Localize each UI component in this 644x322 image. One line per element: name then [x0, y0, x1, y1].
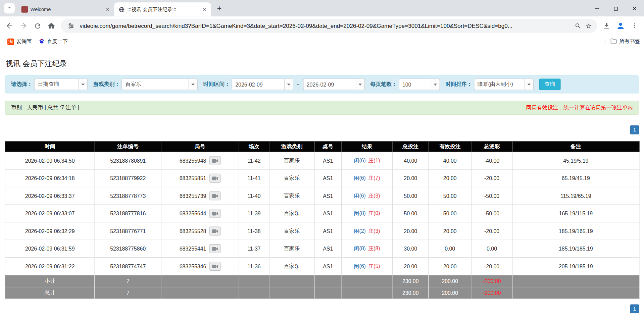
bookmark-star-icon[interactable] [583, 20, 594, 31]
col-header-valid-bet: 有效投注 [429, 141, 471, 152]
result-cell: 闲(8)庄(0) [342, 205, 393, 222]
table-row: 2026-02-09 06:34:50523188780891683255948… [5, 152, 639, 170]
forward-button[interactable] [16, 19, 31, 33]
back-button[interactable] [2, 19, 16, 33]
bookmarks-divider [605, 38, 605, 45]
bet-record-table: 时间 注单编号 局号 场次 游戏类别 桌号 结果 总投注 有效投注 总派彩 备注… [5, 141, 640, 299]
empty-cell [161, 275, 239, 287]
total-bet-link[interactable]: 50.00 [392, 205, 429, 222]
chevron-down-icon [7, 4, 12, 12]
menu-icon[interactable] [628, 19, 642, 33]
page-1-button[interactable]: 1 [630, 125, 639, 135]
new-tab-button[interactable]: + [213, 3, 225, 14]
col-header-game-kind: 游戏类别 [269, 141, 314, 152]
pagination-bottom: 1 [5, 304, 639, 313]
total-bet-link[interactable]: 30.00 [392, 240, 429, 258]
total-bet-link[interactable]: 50.00 [392, 187, 429, 205]
bet-table-body: 2026-02-09 06:34:50523188780891683255948… [5, 152, 639, 275]
tab-close-icon[interactable]: ✕ [201, 6, 208, 13]
home-button[interactable] [44, 19, 58, 33]
video-replay-button[interactable] [209, 262, 220, 271]
date-start-select[interactable]: 2026-02-09 [232, 79, 293, 90]
total-bet-link[interactable]: 20.00 [392, 169, 429, 187]
close-window-button[interactable]: ✕ [625, 0, 644, 16]
bookmark-baidu[interactable]: 百度一下 [35, 37, 71, 46]
payout: -20.00 [471, 258, 512, 275]
result-cell: 闲(6)庄(7) [342, 169, 393, 187]
profile-avatar[interactable] [613, 19, 628, 33]
table-no: AS1 [314, 258, 342, 275]
col-header-time: 时间 [5, 141, 95, 152]
sort-select[interactable]: 降幂(由大到小) [474, 79, 533, 90]
total-bet-link[interactable]: 20.00 [392, 258, 429, 275]
round-cell: 683255528 [161, 222, 239, 240]
all-bookmarks-button[interactable]: 所有书签 [620, 38, 640, 45]
subtotal-valid-bet: 200.00 [429, 275, 471, 287]
result-banker: 庄(5) [368, 263, 380, 269]
zoom-icon[interactable] [573, 20, 583, 31]
video-replay-button[interactable] [209, 191, 220, 200]
bet-id: 523188779922 [95, 169, 161, 187]
table-row: 2026-02-09 06:31:59523188775860683255441… [5, 240, 639, 258]
per-page-select[interactable]: 100 [399, 79, 440, 90]
total-bet-link[interactable]: 20.00 [392, 222, 429, 240]
video-camera-icon [212, 228, 218, 234]
valid-bet: 50.00 [429, 205, 471, 222]
video-replay-button[interactable] [209, 244, 220, 253]
game-kind: 百家乐 [269, 187, 314, 205]
empty-cell [269, 287, 314, 299]
video-replay-button[interactable] [209, 174, 220, 183]
table-row: 2026-02-09 06:33:37523188778773683255739… [5, 187, 639, 205]
round-number: 683255739 [180, 193, 206, 199]
col-header-bet-id: 注单编号 [95, 141, 161, 152]
result-player: 闲(6) [354, 157, 365, 163]
total-count: 7 [95, 287, 161, 299]
url-text: videoie.com/game/betrecord_search/kind3?… [80, 22, 569, 29]
table-row: 2026-02-09 06:34:18523188779922683255851… [5, 169, 639, 187]
page-1-button[interactable]: 1 [630, 304, 639, 313]
session: 11-42 [239, 152, 269, 170]
bookmarks-bar: 淘 爱淘宝 百度一下 所有书签 [0, 35, 644, 48]
valid-bet: 20.00 [429, 222, 471, 240]
choose-label: 请选择： [11, 81, 33, 88]
result-banker: 庄(8) [368, 246, 380, 252]
total-bet-link[interactable]: 40.00 [392, 152, 429, 170]
video-replay-button[interactable] [209, 226, 220, 235]
minimize-icon [595, 8, 599, 8]
valid-bet: 0.00 [429, 240, 471, 258]
session: 11-38 [239, 222, 269, 240]
address-bar[interactable]: videoie.com/game/betrecord_search/kind3?… [61, 19, 597, 33]
col-header-total-bet: 总投注 [392, 141, 429, 152]
date-end-select[interactable]: 2026-02-09 [303, 79, 365, 90]
session: 11-36 [239, 258, 269, 275]
bookmark-aitaobao[interactable]: 淘 爱淘宝 [4, 37, 35, 46]
video-replay-button[interactable] [209, 209, 220, 218]
chevron-down-icon [355, 79, 364, 90]
game-kind: 百家乐 [269, 258, 314, 275]
tab-strip: Welcome ✕ :::视讯 会员下注纪录::: ✕ + ✕ [0, 0, 644, 16]
minimize-button[interactable] [587, 0, 606, 16]
downloads-button[interactable] [600, 19, 614, 33]
restore-icon [614, 7, 617, 10]
restore-button[interactable] [606, 0, 625, 16]
site-info-icon[interactable] [66, 20, 77, 31]
note: 185.19/165.19 [512, 222, 639, 240]
table-row: 2026-02-09 06:31:22523188774747683255346… [5, 258, 639, 275]
tab-title: Welcome [31, 7, 102, 12]
reload-button[interactable] [31, 19, 45, 33]
tab-search-button[interactable] [4, 3, 15, 14]
query-type-select[interactable]: 日期查询 [34, 79, 88, 90]
tab-betrecord[interactable]: :::视讯 会员下注纪录::: ✕ [114, 2, 211, 16]
browser-window: Welcome ✕ :::视讯 会员下注纪录::: ✕ + ✕ [0, 0, 644, 322]
video-replay-button[interactable] [209, 156, 220, 165]
game-kind-select[interactable]: 百家乐 [121, 79, 197, 90]
tab-welcome[interactable]: Welcome ✕ [17, 2, 114, 16]
navigation-bar: videoie.com/game/betrecord_search/kind3?… [0, 16, 644, 35]
search-button[interactable]: 查询 [539, 79, 560, 90]
note: 65.19/45.19 [512, 169, 639, 187]
col-header-table-no: 桌号 [314, 141, 342, 152]
table-no: AS1 [314, 222, 342, 240]
tab-close-icon[interactable]: ✕ [104, 6, 111, 13]
round-cell: 683255739 [161, 187, 239, 205]
empty-cell [512, 275, 639, 287]
